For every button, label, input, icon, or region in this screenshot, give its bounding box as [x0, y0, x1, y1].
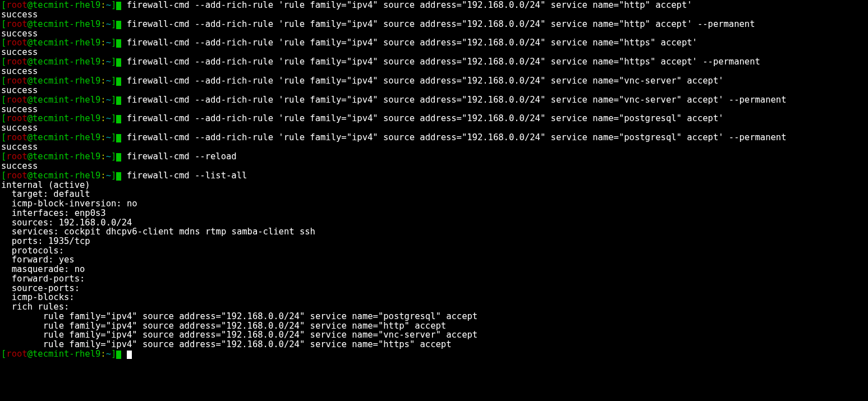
prompt-rb: ] — [111, 113, 116, 123]
prompt-lb: [ — [1, 95, 6, 105]
prompt-at: @ — [27, 95, 33, 105]
prompt-user: root — [6, 76, 27, 86]
shell-prompt: [root@tecmint-rhel9:~] — [1, 57, 127, 67]
prompt-at: @ — [27, 19, 33, 29]
output-line: interfaces: enp0s3 — [1, 209, 867, 218]
prompt-user: root — [6, 132, 27, 142]
prompt-rb: ] — [111, 151, 116, 162]
prompt-at: @ — [27, 170, 33, 181]
shell-prompt: [root@tecmint-rhel9:~] — [1, 19, 127, 29]
output-line: success — [1, 10, 867, 20]
prompt-cwd: ~ — [106, 113, 111, 123]
prompt-host: tecmint-rhel9 — [33, 170, 100, 181]
output-line: rich rules: — [1, 302, 867, 312]
command-line: [root@tecmint-rhel9:~] firewall-cmd --li… — [1, 171, 867, 181]
prompt-cwd: ~ — [106, 170, 111, 181]
prompt-sep: : — [100, 0, 105, 10]
command-line: [root@tecmint-rhel9:~] firewall-cmd --ad… — [1, 133, 867, 142]
typed-command: firewall-cmd --add-rich-rule 'rule famil… — [127, 113, 724, 123]
output-line: internal (active) — [1, 181, 867, 190]
shell-prompt: [root@tecmint-rhel9:~] — [1, 151, 127, 162]
typed-command: firewall-cmd --add-rich-rule 'rule famil… — [127, 38, 697, 48]
prompt-lb: [ — [1, 76, 6, 86]
prompt-cwd: ~ — [106, 19, 111, 29]
prompt-at: @ — [27, 38, 33, 48]
prompt-user: root — [6, 38, 27, 48]
prompt-host: tecmint-rhel9 — [33, 95, 100, 105]
output-line: icmp-block-inversion: no — [1, 199, 867, 209]
prompt-host: tecmint-rhel9 — [33, 151, 100, 162]
typed-command: firewall-cmd --reload — [127, 151, 237, 162]
shell-prompt: [root@tecmint-rhel9:~] — [1, 38, 127, 48]
output-line: rule family="ipv4" source address="192.1… — [1, 340, 867, 349]
terminal[interactable]: [root@tecmint-rhel9:~] firewall-cmd --ad… — [0, 0, 868, 359]
output-line: success — [1, 48, 867, 57]
output-line: forward-ports: — [1, 274, 867, 284]
prompt-sep: : — [100, 132, 105, 142]
prompt-user: root — [6, 113, 27, 123]
prompt-sep: : — [100, 95, 105, 105]
output-line: rule family="ipv4" source address="192.1… — [1, 312, 867, 321]
command-line: [root@tecmint-rhel9:~] firewall-cmd --ad… — [1, 20, 867, 29]
shell-prompt: [root@tecmint-rhel9:~] — [1, 95, 127, 105]
cursor-icon — [127, 351, 132, 359]
output-line: protocols: — [1, 246, 867, 256]
prompt-rb: ] — [111, 132, 116, 142]
output-line: forward: yes — [1, 255, 867, 265]
typed-command: firewall-cmd --list-all — [127, 170, 247, 181]
prompt-cwd: ~ — [106, 38, 111, 48]
prompt-cwd: ~ — [106, 132, 111, 142]
prompt-user: root — [6, 349, 27, 359]
output-line: success — [1, 29, 867, 39]
prompt-lb: [ — [1, 38, 6, 48]
prompt-at: @ — [27, 57, 33, 67]
prompt-cwd: ~ — [106, 349, 111, 359]
prompt-sep: : — [100, 57, 105, 67]
typed-command: firewall-cmd --add-rich-rule 'rule famil… — [127, 57, 760, 67]
output-line: rule family="ipv4" source address="192.1… — [1, 321, 867, 331]
prompt-at: @ — [27, 0, 33, 10]
command-line: [root@tecmint-rhel9:~] firewall-cmd --ad… — [1, 38, 867, 48]
output-line: sources: 192.168.0.0/24 — [1, 218, 867, 228]
output-line: success — [1, 105, 867, 114]
prompt-user: root — [6, 95, 27, 105]
output-line: ports: 1935/tcp — [1, 237, 867, 246]
prompt-host: tecmint-rhel9 — [33, 38, 100, 48]
output-line: icmp-blocks: — [1, 293, 867, 302]
prompt-rb: ] — [111, 170, 116, 181]
prompt-lb: [ — [1, 0, 6, 10]
typed-command: firewall-cmd --add-rich-rule 'rule famil… — [127, 19, 755, 29]
prompt-lb: [ — [1, 57, 6, 67]
output-line: source-ports: — [1, 284, 867, 293]
output-line: masquerade: no — [1, 265, 867, 274]
typed-command: firewall-cmd --add-rich-rule 'rule famil… — [127, 76, 724, 86]
prompt-lb: [ — [1, 132, 6, 142]
prompt-rb: ] — [111, 95, 116, 105]
output-line: target: default — [1, 190, 867, 199]
shell-prompt: [root@tecmint-rhel9:~] — [1, 113, 127, 123]
prompt-sep: : — [100, 170, 105, 181]
prompt-host: tecmint-rhel9 — [33, 76, 100, 86]
prompt-lb: [ — [1, 151, 6, 162]
prompt-sep: : — [100, 113, 105, 123]
command-line[interactable]: [root@tecmint-rhel9:~] — [1, 349, 867, 359]
command-line: [root@tecmint-rhel9:~] firewall-cmd --ad… — [1, 1, 867, 10]
prompt-lb: [ — [1, 349, 6, 359]
output-line: success — [1, 123, 867, 133]
prompt-cwd: ~ — [106, 76, 111, 86]
prompt-user: root — [6, 19, 27, 29]
prompt-cwd: ~ — [106, 57, 111, 67]
prompt-host: tecmint-rhel9 — [33, 19, 100, 29]
prompt-rb: ] — [111, 38, 116, 48]
command-line: [root@tecmint-rhel9:~] firewall-cmd --re… — [1, 152, 867, 162]
prompt-cwd: ~ — [106, 95, 111, 105]
prompt-rb: ] — [111, 76, 116, 86]
output-line: success — [1, 67, 867, 76]
prompt-sep: : — [100, 349, 105, 359]
output-line: success — [1, 142, 867, 152]
prompt-rb: ] — [111, 0, 116, 10]
command-line: [root@tecmint-rhel9:~] firewall-cmd --ad… — [1, 114, 867, 123]
output-line: rule family="ipv4" source address="192.1… — [1, 330, 867, 340]
output-line: success — [1, 86, 867, 95]
prompt-cwd: ~ — [106, 0, 111, 10]
